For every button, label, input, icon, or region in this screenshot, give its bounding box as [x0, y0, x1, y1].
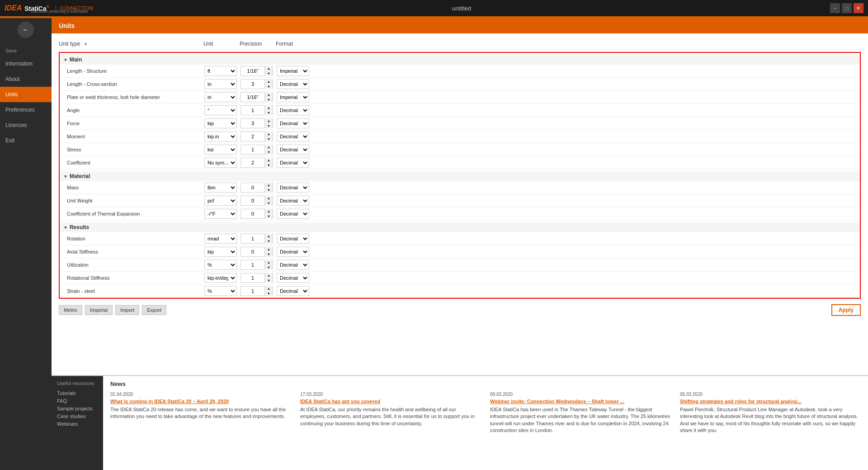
link-webinars[interactable]: Webinars: [57, 421, 98, 427]
unit-select[interactable]: %: [204, 286, 237, 296]
cell-precision[interactable]: ▲ ▼: [241, 132, 277, 141]
collapse-material-icon[interactable]: ▼: [63, 174, 68, 179]
precision-down[interactable]: ▼: [264, 71, 273, 76]
format-select[interactable]: DecimalImperial: [277, 158, 309, 168]
precision-down[interactable]: ▼: [264, 163, 273, 168]
precision-input[interactable]: [241, 249, 264, 254]
precision-up[interactable]: ▲: [264, 145, 273, 150]
unit-select[interactable]: ftmmmcm: [204, 66, 237, 76]
precision-up[interactable]: ▲: [264, 118, 273, 123]
cell-format[interactable]: DecimalImperial: [277, 234, 313, 244]
format-select[interactable]: DecimalImperial: [277, 79, 309, 89]
cell-precision[interactable]: ▲ ▼: [241, 183, 277, 193]
news-headline[interactable]: IDEA StatiCa has got you covered: [300, 399, 481, 404]
cell-unit[interactable]: kipkN: [204, 247, 241, 257]
unit-select[interactable]: kip-in/degkNm/rad: [204, 273, 237, 283]
sidebar-item-preferences[interactable]: Preferences: [0, 102, 52, 118]
cell-unit[interactable]: kip.inkip.ftkNm: [204, 132, 241, 141]
cell-format[interactable]: ImperialDecimal: [277, 92, 313, 102]
cell-precision[interactable]: ▲ ▼: [241, 247, 277, 257]
precision-up[interactable]: ▲: [264, 79, 273, 84]
cell-precision[interactable]: ▲ ▼: [241, 209, 277, 219]
precision-down[interactable]: ▼: [264, 123, 273, 128]
precision-up[interactable]: ▲: [264, 183, 273, 188]
cell-unit[interactable]: mradrad°: [204, 234, 241, 244]
maximize-button[interactable]: □: [842, 3, 852, 13]
cell-precision[interactable]: ▲ ▼: [241, 66, 277, 76]
cell-unit[interactable]: ftmmmcm: [204, 66, 241, 76]
precision-up[interactable]: ▲: [264, 105, 273, 110]
cell-format[interactable]: ImperialDecimal: [277, 66, 313, 76]
close-button[interactable]: ✕: [854, 3, 863, 13]
format-select[interactable]: DecimalImperial: [277, 209, 309, 219]
collapse-results-icon[interactable]: ▼: [63, 225, 68, 230]
cell-precision[interactable]: ▲ ▼: [241, 79, 277, 89]
precision-down[interactable]: ▼: [264, 150, 273, 155]
format-select[interactable]: DecimalImperial: [277, 105, 309, 115]
link-faq[interactable]: FAQ: [57, 398, 98, 404]
unit-select[interactable]: mradrad°: [204, 234, 237, 244]
cell-unit[interactable]: kiplbfkNN: [204, 118, 241, 128]
back-button[interactable]: ←: [18, 22, 34, 38]
cell-unit[interactable]: ksipsiMPaGPa: [204, 145, 241, 155]
precision-input[interactable]: [241, 198, 264, 203]
precision-down[interactable]: ▼: [264, 239, 273, 244]
cell-format[interactable]: DecimalImperial: [277, 145, 313, 155]
precision-up[interactable]: ▲: [264, 273, 273, 278]
cell-format[interactable]: DecimalImperial: [277, 183, 313, 193]
precision-up[interactable]: ▲: [264, 66, 273, 71]
sidebar-item-about[interactable]: About: [0, 71, 52, 87]
unit-select[interactable]: pcfkN/m³: [204, 196, 237, 206]
cell-precision[interactable]: ▲ ▼: [241, 196, 277, 206]
export-button[interactable]: Export: [142, 305, 166, 315]
precision-input[interactable]: [241, 81, 264, 87]
collapse-main-icon[interactable]: ▼: [63, 57, 68, 62]
precision-down[interactable]: ▼: [264, 278, 273, 283]
link-case-studies[interactable]: Case studies: [57, 414, 98, 419]
cell-precision[interactable]: ▲ ▼: [241, 260, 277, 270]
precision-input[interactable]: [241, 262, 264, 268]
cell-format[interactable]: DecimalImperial: [277, 79, 313, 89]
format-select[interactable]: DecimalImperial: [277, 118, 309, 128]
precision-input[interactable]: [241, 121, 264, 126]
sidebar-item-save[interactable]: Save: [0, 45, 52, 56]
format-select[interactable]: DecimalImperial: [277, 183, 309, 193]
cell-format[interactable]: DecimalImperial: [277, 196, 313, 206]
cell-unit[interactable]: °radmrad: [204, 105, 241, 115]
precision-up[interactable]: ▲: [264, 286, 273, 291]
cell-precision[interactable]: ▲ ▼: [241, 118, 277, 128]
cell-format[interactable]: DecimalImperial: [277, 105, 313, 115]
news-headline[interactable]: Shifting strategies and roles for struct…: [680, 399, 861, 404]
format-select[interactable]: DecimalImperial: [277, 247, 309, 257]
format-select[interactable]: DecimalImperial: [277, 273, 309, 283]
cell-format[interactable]: DecimalImperial: [277, 273, 313, 283]
cell-format[interactable]: DecimalImperial: [277, 247, 313, 257]
link-tutorials[interactable]: Tutorials: [57, 390, 98, 396]
precision-down[interactable]: ▼: [264, 265, 273, 270]
sidebar-item-exit[interactable]: Exit: [0, 133, 52, 148]
cell-unit[interactable]: inftmm: [204, 92, 241, 102]
cell-unit[interactable]: No sym...-: [204, 158, 241, 168]
unit-select[interactable]: -/°F-/°C: [204, 209, 237, 219]
news-headline[interactable]: Webinar invite: Connection Wednesdays – …: [490, 399, 671, 404]
unit-select[interactable]: %: [204, 260, 237, 270]
unit-select[interactable]: inftmm: [204, 92, 237, 102]
precision-up[interactable]: ▲: [264, 234, 273, 239]
unit-select[interactable]: No sym...-: [204, 158, 237, 168]
cell-unit[interactable]: %: [204, 286, 241, 296]
precision-input[interactable]: [241, 236, 264, 241]
precision-down[interactable]: ▼: [264, 110, 273, 115]
unit-select[interactable]: °radmrad: [204, 105, 237, 115]
link-sample-projects[interactable]: Sample projects: [57, 406, 98, 411]
cell-format[interactable]: DecimalImperial: [277, 209, 313, 219]
precision-up[interactable]: ▲: [264, 196, 273, 201]
cell-unit[interactable]: lbmkg: [204, 183, 241, 193]
unit-select[interactable]: kip.inkip.ftkNm: [204, 132, 237, 141]
cell-unit[interactable]: -/°F-/°C: [204, 209, 241, 219]
precision-input[interactable]: [241, 68, 264, 74]
precision-down[interactable]: ▼: [264, 252, 273, 257]
precision-input[interactable]: [241, 160, 264, 165]
import-button[interactable]: Import: [115, 305, 139, 315]
precision-up[interactable]: ▲: [264, 260, 273, 265]
unit-select[interactable]: kiplbfkNN: [204, 118, 237, 128]
